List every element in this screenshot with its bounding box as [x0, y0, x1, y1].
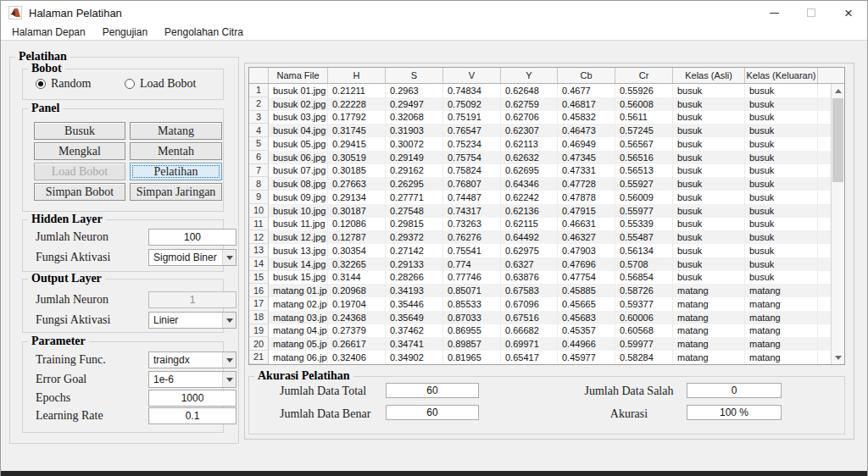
table-cell[interactable]: 0.74487 [443, 191, 501, 204]
table-cell[interactable]: busuk 06.jpg [269, 151, 328, 164]
table-cell[interactable]: busuk [673, 164, 745, 178]
table-cell[interactable]: 0.26617 [328, 337, 386, 351]
hidden-aktivasi-dropdown[interactable]: Sigmoid Biner [148, 249, 236, 266]
table-cell[interactable]: 0.46327 [558, 230, 615, 244]
table-cell[interactable]: busuk [673, 191, 745, 204]
table-cell[interactable]: 0.86955 [443, 324, 501, 338]
table-cell[interactable]: 0.55339 [615, 218, 673, 231]
table-cell[interactable]: 0.56854 [615, 271, 673, 285]
table-cell[interactable]: busuk 14.jpg [269, 257, 328, 271]
table-cell[interactable]: 0.45885 [558, 284, 615, 297]
akurasi-field[interactable]: 100 % [687, 405, 782, 420]
table-cell[interactable]: 0.62759 [501, 97, 558, 111]
table-cell[interactable]: 0.59377 [615, 297, 673, 311]
panel-button-busuk[interactable]: Busuk [34, 122, 125, 140]
table-cell[interactable]: 0.30187 [328, 204, 386, 218]
table-cell[interactable]: 0.62115 [501, 218, 558, 231]
table-cell[interactable]: 0.62695 [501, 164, 558, 178]
table-cell[interactable]: 0.45357 [558, 324, 615, 338]
table-cell[interactable]: 0.74834 [443, 84, 501, 97]
panel-button-mentah[interactable]: Mentah [130, 142, 222, 160]
table-cell[interactable]: 0.55926 [615, 84, 673, 97]
scroll-down-icon[interactable] [832, 351, 844, 364]
table-cell[interactable]: busuk [673, 111, 745, 125]
table-cell[interactable]: 0.5708 [615, 257, 673, 271]
table-cell[interactable]: busuk [745, 177, 818, 191]
table-cell[interactable]: 0.47878 [558, 191, 615, 204]
column-header-cr[interactable]: Cr [615, 68, 673, 83]
table-cell[interactable]: busuk [673, 204, 745, 218]
table-cell[interactable]: 0.46631 [558, 218, 615, 231]
table-cell[interactable]: matang [673, 297, 745, 311]
menu-item-pengolahan-citra[interactable]: Pengolahan Citra [156, 25, 252, 40]
table-cell[interactable]: 0.62648 [501, 84, 558, 97]
scrollbar-thumb[interactable] [832, 98, 843, 182]
table-cell[interactable]: 0.58284 [615, 351, 673, 364]
table-cell[interactable]: 0.55927 [615, 177, 673, 191]
table-cell[interactable]: 0.67583 [501, 284, 558, 297]
table-cell[interactable]: busuk [673, 177, 745, 191]
table-cell[interactable]: 0.21211 [328, 84, 386, 97]
table-cell[interactable]: 0.17792 [328, 111, 386, 125]
table-cell[interactable]: 0.47345 [558, 151, 615, 164]
column-header-s[interactable]: S [386, 68, 443, 83]
table-cell[interactable]: 0.19704 [328, 297, 386, 311]
table-cell[interactable]: 0.56134 [615, 244, 673, 257]
table-cell[interactable]: busuk [745, 164, 818, 178]
table-cell[interactable]: 0.30354 [328, 244, 386, 257]
table-cell[interactable]: busuk [745, 84, 818, 97]
table-cell[interactable]: 0.56516 [615, 151, 673, 164]
table-cell[interactable]: 0.34741 [386, 337, 443, 351]
table-cell[interactable]: busuk 01.jpg [269, 84, 328, 97]
table-cell[interactable]: busuk 08.jpg [269, 177, 328, 191]
table-cell[interactable]: 0.75754 [443, 151, 501, 164]
table-cell[interactable]: 0.62632 [501, 151, 558, 164]
table-cell[interactable]: busuk [745, 257, 818, 271]
table-cell[interactable]: 0.56567 [615, 137, 673, 151]
table-cell[interactable]: 0.2963 [386, 84, 443, 97]
table-cell[interactable]: 0.62975 [501, 244, 558, 257]
panel-button-simpan-bobot[interactable]: Simpan Bobot [34, 183, 125, 201]
table-cell[interactable]: 0.89857 [443, 337, 501, 351]
table-cell[interactable]: matang [673, 284, 745, 297]
table-cell[interactable]: 0.67096 [501, 297, 558, 311]
table-cell[interactable]: busuk [673, 137, 745, 151]
column-header-kelas-keluaran[interactable]: Kelas (Keluaran) [745, 68, 818, 83]
table-cell[interactable]: busuk [673, 97, 745, 111]
table-cell[interactable]: 0.26295 [386, 177, 443, 191]
parameter-input-learning-rate[interactable] [148, 407, 236, 424]
table-cell[interactable]: 0.44966 [558, 337, 615, 351]
table-cell[interactable]: 0.6327 [501, 257, 558, 271]
table-cell[interactable]: 0.45665 [558, 297, 615, 311]
table-cell[interactable]: 0.62113 [501, 137, 558, 151]
table-cell[interactable]: 0.27142 [386, 244, 443, 257]
table-cell[interactable]: 0.62706 [501, 111, 558, 125]
table-cell[interactable]: matang 04.jpg [269, 324, 328, 338]
table-cell[interactable]: 0.35446 [386, 297, 443, 311]
table-cell[interactable]: 0.29134 [328, 191, 386, 204]
table-cell[interactable]: 0.76547 [443, 124, 501, 137]
table-cell[interactable]: busuk [745, 137, 818, 151]
table-cell[interactable]: 0.46949 [558, 137, 615, 151]
table-cell[interactable]: matang [673, 311, 745, 324]
panel-button-mengkal[interactable]: Mengkal [34, 142, 125, 160]
panel-button-simpan-jaringan[interactable]: Simpan Jaringan [130, 183, 222, 201]
table-cell[interactable]: 0.81965 [443, 351, 501, 364]
table-cell[interactable]: busuk [673, 230, 745, 244]
table-cell[interactable]: matang [745, 324, 818, 338]
table-cell[interactable]: busuk 07.jpg [269, 164, 328, 178]
hidden-neuron-input[interactable] [148, 229, 236, 246]
table-cell[interactable]: busuk [673, 244, 745, 257]
column-header-v[interactable]: V [443, 68, 501, 83]
table-cell[interactable]: 0.27548 [386, 204, 443, 218]
table-cell[interactable]: busuk [673, 218, 745, 231]
table-cell[interactable]: busuk [745, 218, 818, 231]
table-cell[interactable]: matang [673, 324, 745, 338]
table-cell[interactable]: 0.47915 [558, 204, 615, 218]
table-cell[interactable]: 0.46817 [558, 97, 615, 111]
table-cell[interactable]: busuk [673, 124, 745, 137]
scroll-up-icon[interactable] [832, 84, 844, 97]
table-cell[interactable]: 0.46473 [558, 124, 615, 137]
table-cell[interactable]: 0.69971 [501, 337, 558, 351]
table-cell[interactable]: 0.85071 [443, 284, 501, 297]
